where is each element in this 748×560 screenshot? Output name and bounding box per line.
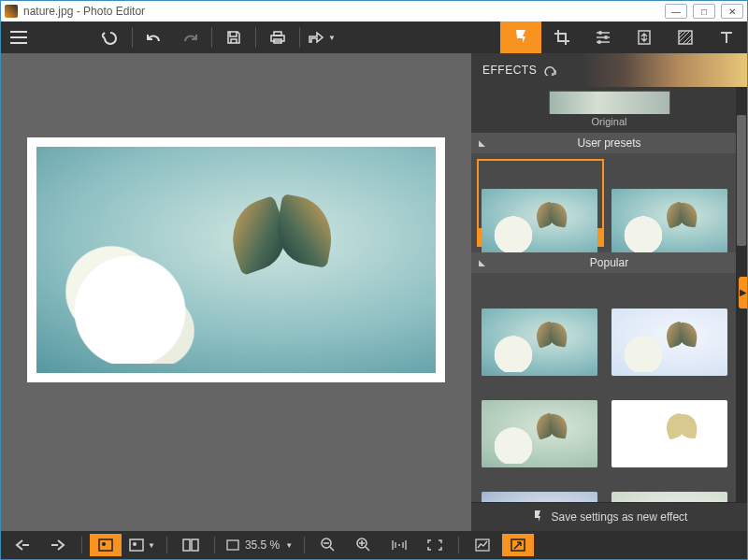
tab-effects[interactable] (500, 22, 541, 53)
svg-rect-12 (183, 539, 190, 551)
panel-title: EFFECTS (482, 64, 537, 77)
statusbar: ▼ 35.5 % ▼ (1, 531, 747, 559)
svg-rect-10 (130, 539, 143, 551)
svg-point-5 (597, 40, 601, 44)
effects-sidebar: EFFECTS Original ◣ User presets (471, 53, 747, 531)
prev-image-button[interactable] (7, 534, 38, 556)
image-icon (226, 539, 239, 551)
svg-rect-8 (99, 539, 112, 551)
svg-rect-14 (227, 540, 238, 550)
close-button[interactable]: ✕ (721, 4, 743, 19)
zoom-display[interactable]: 35.5 % ▼ (223, 534, 296, 556)
preset-untitled-2[interactable]: Untitled Preset (2) (608, 159, 735, 247)
undo-all-button[interactable] (93, 22, 128, 53)
maximize-button[interactable]: □ (693, 4, 715, 19)
collapse-icon: ◣ (479, 138, 485, 148)
section-popular[interactable]: ◣ Popular (471, 252, 747, 273)
panel-header: EFFECTS (471, 53, 747, 87)
svg-rect-1 (274, 32, 281, 36)
reset-effects-button[interactable] (544, 65, 557, 76)
header-decoration (642, 55, 736, 85)
svg-point-11 (133, 542, 137, 546)
view-split-button[interactable] (175, 534, 207, 556)
zoom-out-button[interactable] (312, 534, 344, 556)
share-button[interactable]: ▼ (304, 22, 339, 53)
preset-blue-summer[interactable]: Blue Summer (477, 279, 604, 366)
preset-happiness[interactable]: Happiness (608, 279, 735, 366)
tab-texture[interactable] (665, 22, 706, 53)
preset-original[interactable] (549, 91, 670, 114)
main-toolbar: ▼ (1, 22, 747, 53)
titlebar: nature.jpg - Photo Editor — □ ✕ (1, 1, 747, 22)
zoom-fit-button[interactable] (419, 534, 451, 556)
image-canvas (27, 137, 445, 382)
window-title: nature.jpg - Photo Editor (23, 5, 145, 18)
preset-untitled[interactable]: Untitled Preset (477, 159, 604, 247)
svg-point-4 (604, 36, 608, 39)
histogram-button[interactable] (467, 534, 498, 556)
canvas-area[interactable] (1, 53, 471, 531)
svg-point-9 (102, 542, 106, 546)
zoom-in-button[interactable] (348, 534, 380, 556)
menu-button[interactable] (1, 22, 36, 53)
svg-point-3 (598, 31, 602, 35)
svg-rect-0 (271, 36, 284, 41)
view-single-button[interactable] (90, 534, 122, 556)
expand-panel-button[interactable]: ▶ (739, 277, 747, 309)
scrollbar-thumb[interactable] (737, 115, 746, 246)
save-button[interactable] (216, 22, 252, 53)
redo-button[interactable] (172, 22, 208, 53)
navigator-button[interactable] (502, 534, 534, 556)
tab-resize[interactable] (624, 22, 665, 53)
tab-text[interactable] (706, 22, 747, 53)
save-effect-button[interactable]: Save settings as new effect (471, 502, 747, 531)
minimize-button[interactable]: — (665, 4, 687, 19)
section-user-presets[interactable]: ◣ User presets (471, 133, 747, 153)
zoom-actual-button[interactable] (383, 534, 415, 556)
tab-adjust[interactable] (583, 22, 624, 53)
svg-rect-13 (192, 539, 198, 551)
view-compare-button[interactable]: ▼ (125, 534, 159, 556)
next-image-button[interactable] (42, 534, 74, 556)
undo-button[interactable] (137, 22, 172, 53)
preset-angel[interactable]: Angel (608, 370, 735, 458)
tab-crop[interactable] (541, 22, 583, 53)
preset-original-label: Original (592, 114, 627, 127)
preset-row3a[interactable] (477, 462, 604, 502)
flask-icon (531, 509, 544, 525)
print-button[interactable] (260, 22, 295, 53)
preset-row3b[interactable] (608, 462, 735, 502)
preset-nashville[interactable]: Nashville (477, 370, 604, 458)
collapse-icon: ◣ (479, 258, 485, 267)
app-logo (5, 5, 18, 18)
